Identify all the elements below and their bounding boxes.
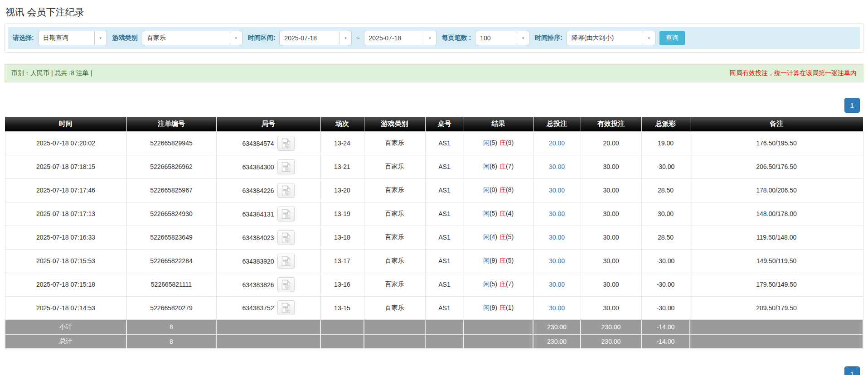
pagination-bottom: 1 <box>5 366 863 375</box>
video-replay-button[interactable] <box>277 254 295 269</box>
subtotal-empty-cell <box>320 320 364 334</box>
player-result-label: 闲 <box>483 257 490 264</box>
search-button[interactable]: 查询 <box>659 31 685 45</box>
player-result-score: (6) <box>490 163 497 170</box>
valid-bet-cell: 30.00 <box>581 273 641 296</box>
chevron-down-icon: ▼ <box>643 31 655 45</box>
session-cell: 13-18 <box>320 226 364 249</box>
chevron-down-icon: ▼ <box>94 31 107 45</box>
total-bet-link[interactable]: 30.00 <box>549 163 565 170</box>
table-no-cell: AS1 <box>425 155 464 178</box>
bet-no-cell: 522665824930 <box>126 202 216 226</box>
table-no-cell: AS1 <box>425 178 464 202</box>
total-bet-link[interactable]: 30.00 <box>549 234 565 241</box>
banker-result-score: (1) <box>506 304 514 311</box>
bet-no-cell: 522665826962 <box>126 155 216 178</box>
video-file-icon <box>281 279 291 290</box>
total-bet-cell: 20.00 <box>533 131 581 155</box>
round-no-text: 634384574 <box>242 139 274 147</box>
date-to-select[interactable]: 2025-07-18 ▼ <box>364 31 436 45</box>
grand-total-empty-cell <box>464 334 533 349</box>
col-header-bet-no: 注单编号 <box>126 117 216 131</box>
video-file-icon <box>281 303 291 313</box>
chevron-down-icon: ▼ <box>424 31 436 45</box>
video-replay-button[interactable] <box>277 230 295 245</box>
game-category-value: 百家乐 <box>142 34 170 42</box>
banker-result-score: (7) <box>506 280 514 288</box>
video-file-icon <box>281 185 291 196</box>
game-category-cell: 百家乐 <box>364 249 425 273</box>
query-type-select[interactable]: 日期查询 ▼ <box>38 31 107 45</box>
date-to-value: 2025-07-18 <box>364 34 406 42</box>
player-result-label: 闲 <box>483 186 490 193</box>
total-bet-link[interactable]: 30.00 <box>549 304 565 312</box>
banker-result-score: (9) <box>506 139 514 146</box>
payout-cell: -30.00 <box>641 249 690 273</box>
total-bet-link[interactable]: 30.00 <box>549 257 565 264</box>
table-body: 2025-07-18 07:20:02 522665829945 6343845… <box>5 131 863 320</box>
session-cell: 13-20 <box>320 178 364 202</box>
round-no-cell: 634384300 <box>216 155 320 178</box>
table-no-cell: AS1 <box>425 226 464 249</box>
table-row: 2025-07-18 07:16:33 522665823649 6343840… <box>5 226 863 249</box>
game-category-cell: 百家乐 <box>364 273 425 296</box>
game-category-cell: 百家乐 <box>364 131 425 155</box>
game-category-select[interactable]: 百家乐 ▼ <box>142 31 242 45</box>
valid-bet-cell: 20.00 <box>581 131 641 155</box>
page-size-label: 每页笔数 : <box>442 34 471 42</box>
round-no-cell: 634383826 <box>216 273 320 296</box>
valid-bet-cell: 30.00 <box>581 249 641 273</box>
video-replay-button[interactable] <box>277 207 295 221</box>
time-sort-select[interactable]: 降幂(由大到小) ▼ <box>567 31 655 45</box>
summary-notice-text: 同局有效投注，统一计算在该局第一张注单内 <box>730 69 857 77</box>
result-cell: 闲(5)庄(4) <box>464 202 533 226</box>
table-row: 2025-07-18 07:17:13 522665824930 6343841… <box>5 202 863 226</box>
total-bet-cell: 30.00 <box>533 273 581 296</box>
video-replay-button[interactable] <box>277 159 295 174</box>
result-cell: 闲(4)庄(5) <box>464 226 533 249</box>
session-cell: 13-17 <box>320 249 364 273</box>
result-cell: 闲(5)庄(9) <box>464 131 533 155</box>
round-no-text: 634384023 <box>242 234 274 241</box>
player-result-score: (4) <box>490 233 497 240</box>
table-row: 2025-07-18 07:15:53 522665822284 6343839… <box>5 249 863 273</box>
video-replay-button[interactable] <box>277 277 295 292</box>
remark-cell: 149.50/119.50 <box>690 249 863 273</box>
banker-result-label: 庄 <box>499 210 506 217</box>
video-replay-button[interactable] <box>277 183 295 198</box>
page-container: 视讯 会员下注纪录 请选择: 日期查询 ▼ 游戏类别 百家乐 ▼ 时间区间: 2… <box>0 0 868 375</box>
grand-total-total-bet: 230.00 <box>533 334 581 349</box>
banker-result-label: 庄 <box>499 186 506 193</box>
date-from-value: 2025-07-18 <box>280 34 321 42</box>
video-replay-button[interactable] <box>277 136 295 151</box>
valid-bet-cell: 30.00 <box>581 296 641 320</box>
table-row: 2025-07-18 07:18:15 522665826962 6343843… <box>5 155 863 178</box>
total-bet-link[interactable]: 30.00 <box>549 281 565 288</box>
total-bet-link[interactable]: 30.00 <box>549 210 565 217</box>
bet-no-cell: 522665825967 <box>126 178 216 202</box>
summary-bar: 币别：人民币 | 总共 :8 注单 | 同局有效投注，统一计算在该局第一张注单内 <box>5 64 863 82</box>
grand-total-row: 总计 8 230.00 230.00 -14.00 <box>5 334 863 349</box>
video-file-icon <box>281 162 291 172</box>
subtotal-empty-cell <box>216 320 320 334</box>
page-size-select[interactable]: 100 ▼ <box>475 31 529 45</box>
time-cell: 2025-07-18 07:18:15 <box>5 155 126 178</box>
round-no-cell: 634383920 <box>216 249 320 273</box>
player-result-label: 闲 <box>483 139 490 146</box>
video-replay-button[interactable] <box>277 300 295 315</box>
player-result-score: (5) <box>490 280 497 288</box>
banker-result-label: 庄 <box>499 139 506 146</box>
banker-result-score: (5) <box>506 257 514 264</box>
result-cell: 闲(9)庄(1) <box>464 296 533 320</box>
page-1-button-bottom[interactable]: 1 <box>844 366 860 375</box>
table-row: 2025-07-18 07:17:46 522665825967 6343842… <box>5 178 863 202</box>
banker-result-score: (7) <box>506 163 514 170</box>
table-no-cell: AS1 <box>425 202 464 226</box>
total-bet-link[interactable]: 20.00 <box>549 139 565 147</box>
table-no-cell: AS1 <box>425 249 464 273</box>
total-bet-link[interactable]: 30.00 <box>549 187 565 194</box>
page-1-button[interactable]: 1 <box>844 98 860 113</box>
col-header-session: 场次 <box>320 117 364 131</box>
date-from-select[interactable]: 2025-07-18 ▼ <box>279 31 352 45</box>
date-range-tilde: ~ <box>356 34 359 42</box>
